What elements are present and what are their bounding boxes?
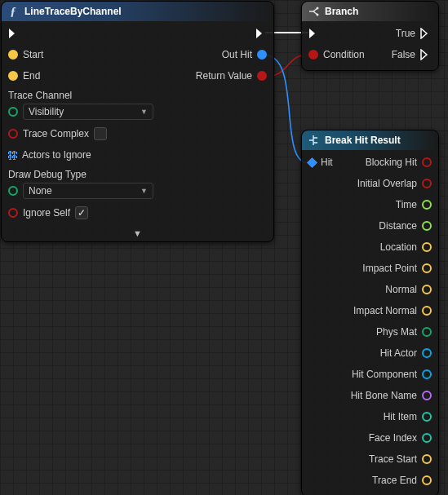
trace-channel-dropdown[interactable]: Visibility ▼ <box>23 104 153 120</box>
function-icon: ƒ <box>7 5 20 18</box>
trace-channel-pin[interactable] <box>8 107 18 117</box>
input-start[interactable]: Start <box>8 47 43 62</box>
svg-marker-6 <box>421 50 427 60</box>
input-trace-complex[interactable]: Trace Complex <box>8 126 107 141</box>
input-trace-channel: Trace Channel Visibility ▼ <box>8 90 153 120</box>
output-hit-actor[interactable]: Hit Actor <box>380 346 432 360</box>
node-title: Break Hit Result <box>325 135 401 146</box>
output-pin[interactable] <box>422 348 432 358</box>
branch-icon <box>307 5 320 18</box>
output-trace-end[interactable]: Trace End <box>372 473 432 488</box>
exec-out-pin[interactable] <box>255 26 267 41</box>
output-location[interactable]: Location <box>380 240 432 254</box>
input-draw-debug-type: Draw Debug Type None ▼ <box>8 169 153 199</box>
output-time[interactable]: Time <box>396 197 432 212</box>
input-hit[interactable]: Hit <box>308 155 333 170</box>
output-pin[interactable] <box>422 242 432 252</box>
output-normal[interactable]: Normal <box>385 282 432 297</box>
exec-in-pin[interactable] <box>308 26 320 41</box>
output-initial-overlap[interactable]: Initial Overlap <box>357 176 432 191</box>
output-pin[interactable] <box>422 475 432 485</box>
node-title: Branch <box>325 6 358 17</box>
exec-in-pin[interactable] <box>8 26 20 41</box>
chevron-down-icon: ▼ <box>140 108 148 116</box>
output-pin[interactable] <box>422 200 432 210</box>
output-pin[interactable] <box>422 306 432 316</box>
draw-debug-pin[interactable] <box>8 186 18 196</box>
output-true[interactable]: True <box>396 26 432 41</box>
node-branch[interactable]: Branch Condition True False <box>301 1 439 71</box>
output-pin[interactable] <box>422 433 432 443</box>
output-out-hit[interactable]: Out Hit <box>222 47 267 62</box>
output-hit-item[interactable]: Hit Item <box>384 409 432 424</box>
output-pin[interactable] <box>422 263 432 273</box>
node-header[interactable]: Break Hit Result <box>302 130 438 150</box>
output-face-index[interactable]: Face Index <box>369 431 432 445</box>
node-break-hit-result[interactable]: Break Hit Result Hit Blocking HitInitial… <box>301 130 439 495</box>
output-hit-bone-name[interactable]: Hit Bone Name <box>351 388 432 403</box>
output-pin[interactable] <box>422 179 432 188</box>
output-impact-point[interactable]: Impact Point <box>362 261 432 276</box>
output-trace-start[interactable]: Trace Start <box>369 452 432 466</box>
svg-point-3 <box>317 14 319 16</box>
svg-marker-4 <box>309 29 315 38</box>
output-pin[interactable] <box>422 412 432 422</box>
node-header[interactable]: ƒ LineTraceByChannel <box>2 2 273 21</box>
ignore-self-checkbox[interactable] <box>75 206 88 219</box>
output-pin[interactable] <box>422 327 432 337</box>
input-condition[interactable]: Condition <box>308 47 365 62</box>
input-end[interactable]: End <box>8 69 40 83</box>
svg-point-2 <box>317 7 319 10</box>
input-actors-to-ignore[interactable]: Actors to Ignore <box>8 148 91 162</box>
output-impact-normal[interactable]: Impact Normal <box>353 303 432 318</box>
chevron-down-icon: ▼ <box>140 187 148 195</box>
output-pin[interactable] <box>422 285 432 294</box>
break-struct-icon <box>307 134 320 147</box>
output-pin[interactable] <box>422 391 432 400</box>
output-pin[interactable] <box>422 157 432 167</box>
output-blocking-hit[interactable]: Blocking Hit <box>366 155 432 170</box>
node-linetracebychannel[interactable]: ƒ LineTraceByChannel Start End Trace Cha… <box>1 1 274 242</box>
node-title: LineTraceByChannel <box>24 6 122 17</box>
svg-marker-0 <box>9 29 15 38</box>
output-phys-mat[interactable]: Phys Mat <box>376 325 432 339</box>
trace-complex-checkbox[interactable] <box>94 127 107 140</box>
collapse-toggle[interactable]: ▼ <box>2 228 273 241</box>
node-header[interactable]: Branch <box>302 2 438 21</box>
output-pin[interactable] <box>422 369 432 379</box>
svg-marker-1 <box>256 29 262 38</box>
output-pin[interactable] <box>422 454 432 464</box>
output-distance[interactable]: Distance <box>379 219 432 233</box>
output-return-value[interactable]: Return Value <box>196 69 267 83</box>
output-pin[interactable] <box>422 221 432 231</box>
draw-debug-dropdown[interactable]: None ▼ <box>23 183 153 199</box>
output-false[interactable]: False <box>392 47 432 62</box>
input-ignore-self[interactable]: Ignore Self <box>8 206 88 220</box>
output-hit-component[interactable]: Hit Component <box>352 367 432 382</box>
svg-marker-5 <box>421 29 427 38</box>
